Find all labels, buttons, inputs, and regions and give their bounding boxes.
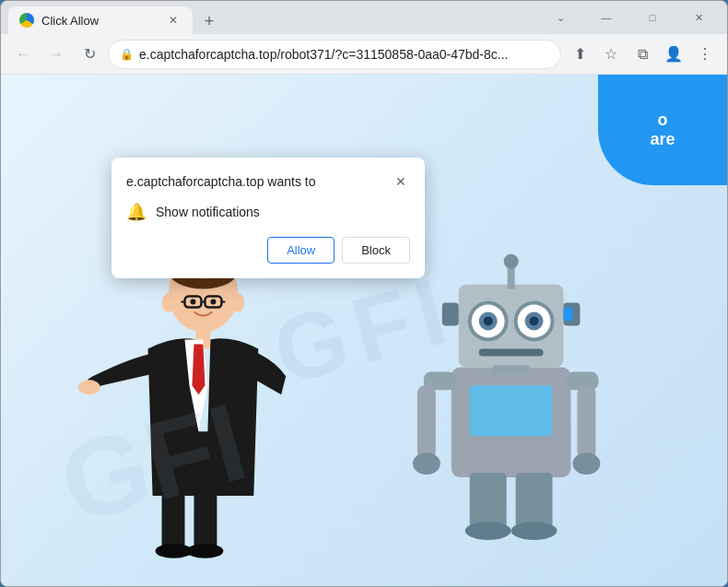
svg-rect-42 xyxy=(470,473,507,528)
menu-icon: ⋮ xyxy=(698,45,712,63)
bookmark-button[interactable]: ☆ xyxy=(596,40,626,69)
svg-rect-32 xyxy=(493,365,530,374)
popup-title: e.captchaforcaptcha.top wants to xyxy=(126,174,315,189)
nav-bar: ← → ↻ 🔒 e.captchaforcaptcha.top/robot371… xyxy=(1,34,727,75)
extensions-button[interactable]: ⧉ xyxy=(628,40,657,69)
content-area: GFI o are xyxy=(1,75,727,586)
star-icon: ☆ xyxy=(605,45,617,63)
illustration-svg: GFI xyxy=(1,75,727,586)
allow-button[interactable]: Allow xyxy=(267,237,335,264)
svg-rect-35 xyxy=(563,308,572,322)
svg-rect-19 xyxy=(470,385,553,436)
tab-close-button[interactable]: ✕ xyxy=(165,12,182,29)
page-background: GFI o are xyxy=(1,75,727,586)
url-text: e.captchaforcaptcha.top/robot371/?c=3115… xyxy=(139,47,549,62)
svg-point-10 xyxy=(162,294,175,312)
svg-point-45 xyxy=(511,522,558,540)
menu-button[interactable]: ⋮ xyxy=(690,40,720,69)
popup-close-button[interactable]: ✕ xyxy=(392,172,410,191)
svg-text:GFI: GFI xyxy=(49,380,258,546)
svg-point-11 xyxy=(231,294,244,312)
svg-point-13 xyxy=(78,380,100,394)
maximize-button[interactable]: □ xyxy=(631,4,674,31)
share-button[interactable]: ⬆ xyxy=(565,40,594,69)
back-button[interactable]: ← xyxy=(8,40,38,69)
popup-permission-row: 🔔 Show notifications xyxy=(126,202,410,222)
bell-icon: 🔔 xyxy=(126,202,147,222)
profile-button[interactable]: 👤 xyxy=(659,40,688,69)
new-tab-button[interactable]: + xyxy=(196,8,222,34)
active-tab[interactable]: Click Allow ✕ xyxy=(8,6,193,34)
svg-point-30 xyxy=(504,254,519,269)
address-bar[interactable]: 🔒 e.captchaforcaptcha.top/robot371/?c=31… xyxy=(108,40,561,69)
svg-rect-40 xyxy=(577,385,595,459)
svg-rect-43 xyxy=(516,473,553,528)
profile-icon: 👤 xyxy=(664,45,683,63)
svg-rect-29 xyxy=(508,266,515,289)
svg-point-17 xyxy=(186,544,223,558)
notification-popup: e.captchaforcaptcha.top wants to ✕ 🔔 Sho… xyxy=(112,158,425,278)
svg-point-8 xyxy=(190,299,195,305)
svg-rect-37 xyxy=(417,385,436,459)
block-button[interactable]: Block xyxy=(342,237,410,264)
popup-header: e.captchaforcaptcha.top wants to ✕ xyxy=(126,172,410,191)
extensions-icon: ⧉ xyxy=(638,46,648,63)
forward-button[interactable]: → xyxy=(41,40,71,69)
forward-icon: → xyxy=(49,46,64,63)
window-controls: ⌄ — □ ✕ xyxy=(539,4,720,31)
browser-window: Click Allow ✕ + ⌄ — □ ✕ ← → ↻ 🔒 e.captch… xyxy=(0,0,728,587)
refresh-button[interactable]: ↻ xyxy=(75,40,104,69)
refresh-icon: ↻ xyxy=(84,45,96,63)
lock-icon: 🔒 xyxy=(120,48,134,61)
close-button[interactable]: ✕ xyxy=(677,4,720,31)
tab-bar: Click Allow ✕ + xyxy=(8,1,539,34)
nav-right-icons: ⬆ ☆ ⧉ 👤 ⋮ xyxy=(565,40,720,69)
popup-buttons: Allow Block xyxy=(126,237,410,264)
svg-point-27 xyxy=(484,317,493,326)
tab-favicon xyxy=(19,13,34,28)
title-bar: Click Allow ✕ + ⌄ — □ ✕ xyxy=(1,1,727,34)
chevron-down-icon[interactable]: ⌄ xyxy=(539,4,581,31)
svg-point-28 xyxy=(530,317,539,326)
svg-point-44 xyxy=(465,522,511,540)
minimize-button[interactable]: — xyxy=(585,4,628,31)
svg-rect-31 xyxy=(479,348,544,356)
tab-title: Click Allow xyxy=(41,14,158,28)
svg-point-9 xyxy=(210,299,216,305)
svg-rect-33 xyxy=(442,303,459,326)
svg-point-41 xyxy=(572,452,600,475)
permission-text: Show notifications xyxy=(156,205,260,219)
share-icon: ⬆ xyxy=(574,45,586,63)
back-icon: ← xyxy=(16,46,30,63)
svg-point-38 xyxy=(413,452,440,475)
